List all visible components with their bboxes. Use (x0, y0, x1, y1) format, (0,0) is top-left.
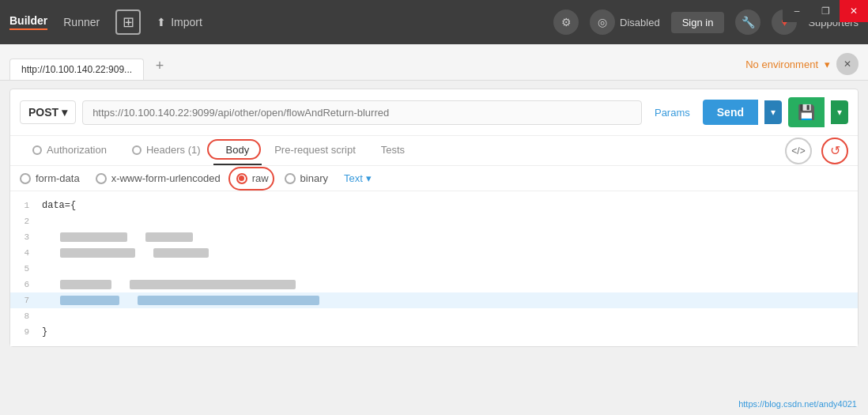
tab-prerequest[interactable]: Pre-request script (262, 136, 368, 165)
blurred-content (60, 296, 119, 305)
tab-tests[interactable]: Tests (368, 136, 417, 165)
code-line-5: 5 (10, 261, 858, 277)
add-tab-button[interactable]: + (149, 55, 171, 77)
interceptor-icon[interactable]: ◎ (590, 9, 615, 35)
code-button[interactable]: </> (785, 138, 812, 164)
params-button[interactable]: Params (648, 107, 696, 119)
code-line-9: 9 } (10, 324, 858, 340)
code-line-8: 8 (10, 308, 858, 324)
close-button[interactable]: ✕ (840, 0, 868, 22)
request-bar: POST ▾ Params Send ▾ 💾 ▾ (10, 89, 858, 136)
method-dropdown[interactable]: POST ▾ (20, 100, 76, 124)
tab-headers[interactable]: Headers (1) (119, 136, 213, 165)
tab-authorization-radio (32, 145, 42, 155)
disabled-indicator: ◎ Disabled (590, 9, 660, 35)
save-button[interactable]: 💾 (788, 97, 825, 127)
settings-icon-btn[interactable]: ⚙ (553, 9, 579, 35)
binary-option[interactable]: binary (285, 172, 328, 184)
form-data-radio[interactable] (20, 173, 31, 184)
code-line-6: 6 (10, 277, 858, 292)
url-bar-area: http://10.100.140.22:909... + No environ… (0, 44, 868, 81)
text-chevron-icon: ▾ (366, 172, 372, 184)
minimize-button[interactable]: – (783, 0, 811, 22)
urlencoded-radio[interactable] (96, 173, 107, 184)
code-line-2: 2 (10, 213, 858, 229)
main-panel: POST ▾ Params Send ▾ 💾 ▾ Authorization H… (9, 89, 859, 347)
sign-in-button[interactable]: Sign in (671, 12, 725, 33)
method-chevron-icon: ▾ (62, 106, 67, 119)
raw-radio[interactable] (236, 173, 247, 184)
runner-tab[interactable]: Runner (63, 16, 100, 28)
send-dropdown-button[interactable]: ▾ (764, 100, 782, 124)
import-button[interactable]: ⬆ Import (157, 16, 202, 28)
env-chevron-icon: ▾ (825, 58, 830, 70)
environment-selector[interactable]: No environment ▾ ✕ (745, 53, 859, 75)
url-input[interactable] (82, 100, 642, 125)
new-button[interactable]: ⊞ (115, 9, 141, 35)
env-clear-button[interactable]: ✕ (836, 53, 859, 75)
code-line-4: 4 (10, 245, 858, 261)
urlencoded-option[interactable]: x-www-form-urlencoded (96, 172, 221, 184)
new-icon: ⊞ (123, 13, 134, 31)
tab-authorization[interactable]: Authorization (20, 136, 119, 165)
top-navigation: Builder Runner ⊞ ⬆ Import ⚙ ◎ Disabled S… (0, 0, 868, 44)
wrench-icon-btn[interactable]: 🔧 (735, 9, 760, 35)
blurred-content (138, 296, 319, 305)
tab-headers-radio (132, 145, 142, 155)
code-editor[interactable]: 1 data={ 2 3 4 5 (10, 191, 858, 346)
blurred-content (60, 248, 135, 258)
save-dropdown-button[interactable]: ▾ (831, 100, 848, 124)
binary-radio[interactable] (285, 173, 296, 184)
code-line-7: 7 (10, 292, 858, 308)
blurred-content (145, 232, 193, 242)
import-icon: ⬆ (157, 16, 166, 28)
blurred-content (153, 248, 209, 258)
tab-body[interactable]: Body (213, 136, 262, 165)
raw-radio-inner (239, 175, 244, 181)
text-format-dropdown[interactable]: Text ▾ (344, 172, 372, 184)
maximize-button[interactable]: ❐ (811, 0, 840, 22)
form-data-option[interactable]: form-data (20, 172, 80, 184)
builder-tab[interactable]: Builder (9, 14, 47, 30)
code-line-3: 3 (10, 229, 858, 245)
body-options-row: form-data x-www-form-urlencoded raw bina… (10, 166, 858, 191)
request-tabs: Authorization Headers (1) Body Pre-reque… (10, 136, 858, 166)
code-line-1: 1 data={ (10, 198, 858, 213)
footer-watermark: https://blog.csdn.net/andy4021 (738, 399, 857, 409)
blurred-content (60, 280, 111, 289)
url-tab[interactable]: http://10.100.140.22:909... (9, 58, 144, 80)
blurred-content (130, 280, 296, 289)
blurred-content (60, 232, 127, 242)
undo-button[interactable]: ↺ (821, 138, 848, 164)
send-button[interactable]: Send (703, 100, 758, 125)
raw-option[interactable]: raw (236, 172, 269, 184)
